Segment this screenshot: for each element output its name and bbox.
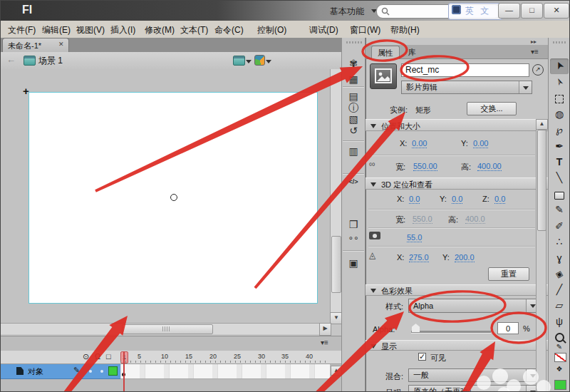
layer-outline-color-swatch[interactable] (108, 366, 118, 376)
vp-x-value[interactable]: 275.0 (409, 253, 429, 262)
playhead-line[interactable] (123, 351, 125, 391)
menu-debug[interactable]: 调试(D) (309, 24, 338, 36)
eraser-tool[interactable]: ▱ (548, 299, 570, 311)
y-value[interactable]: 0.00 (473, 139, 488, 148)
color-style-select[interactable]: Alpha (408, 299, 539, 313)
section-display[interactable]: 显示 (366, 340, 548, 351)
x3d-value[interactable]: 0.0 (409, 195, 420, 204)
tab-properties[interactable]: 属性 (371, 46, 400, 59)
horizontal-scroll-thumb[interactable] (122, 324, 213, 334)
chevron-down-icon[interactable] (246, 60, 252, 63)
menu-text[interactable]: 文本(T) (180, 24, 208, 36)
z3d-value[interactable]: 0.0 (494, 195, 505, 204)
section-3d[interactable]: 3D 定位和查看 (366, 177, 548, 190)
code-snippets-panel-icon[interactable]: </> (341, 178, 366, 185)
color-panel-icon[interactable]: ✾ (341, 58, 366, 69)
collapse-panels-icon[interactable]: ▸▸ (531, 38, 537, 45)
vp-y-value[interactable]: 200.0 (455, 253, 475, 262)
lock-aspect-icon[interactable]: ∞ (369, 159, 375, 169)
symbol-behavior-select[interactable]: 影片剪辑 (401, 81, 532, 94)
section-position-size[interactable]: 位置和大小 (366, 119, 548, 131)
edit-symbols-icon[interactable] (254, 55, 265, 66)
hand-tool[interactable]: ψ (548, 316, 570, 327)
lock-layers-icon[interactable]: Ω (95, 352, 100, 361)
transform-panel-icon[interactable]: ▧ (341, 113, 366, 125)
menu-modify[interactable]: 修改(M) (145, 24, 175, 36)
pencil-tool[interactable]: ✎ (548, 204, 570, 215)
show-hide-layers-icon[interactable]: ⊙ (83, 352, 89, 361)
dock-grip[interactable] (346, 41, 362, 43)
chevron-down-icon[interactable] (266, 60, 271, 63)
subselection-tool[interactable]: ➢ (548, 76, 570, 88)
text-tool[interactable]: T (548, 156, 570, 167)
menu-commands[interactable]: 命令(C) (214, 24, 244, 36)
render-mode-select[interactable]: 原来的（无更改） (408, 385, 539, 392)
spray-brush-tool[interactable]: ∴ (548, 236, 570, 247)
library-dock-icon[interactable]: ▥ (341, 145, 366, 157)
panel-menu-icon[interactable]: ▾≡ (321, 339, 328, 346)
instance-value[interactable]: 矩形 (415, 105, 431, 115)
width-value[interactable]: 550.00 (413, 162, 437, 171)
workspace-switcher[interactable]: 基本功能 (330, 6, 364, 18)
transformation-point[interactable] (170, 194, 177, 201)
frame-grid[interactable] (120, 364, 330, 379)
free-transform-tool[interactable] (548, 94, 570, 105)
blend-mode-select[interactable]: 一般 (408, 368, 539, 382)
line-tool[interactable]: ╲ (548, 172, 570, 183)
section-color-effect[interactable]: 色彩效果 (366, 284, 548, 296)
outline-layers-icon[interactable]: □ (106, 352, 111, 361)
properties-scroll-thumb[interactable] (537, 130, 546, 231)
fill-color-swatch[interactable] (554, 380, 566, 390)
align-panel-icon[interactable]: ▤ (341, 91, 366, 102)
visible-checkbox[interactable]: ✓ (418, 353, 426, 361)
instance-name-input[interactable]: Rect_mc (401, 63, 529, 77)
alpha-slider-track[interactable] (411, 331, 491, 334)
menu-view[interactable]: 视图(V) (76, 24, 105, 36)
document-tab[interactable]: 未命名-1* ✕ (2, 38, 69, 52)
y3d-value[interactable]: 0.0 (452, 195, 462, 204)
minimize-button[interactable]: — (498, 3, 520, 19)
selection-tool[interactable]: ➤ (548, 60, 570, 71)
maximize-button[interactable]: □ (521, 3, 543, 19)
vertical-scroll-thumb[interactable] (331, 236, 341, 293)
reset-button[interactable]: 重置 (488, 267, 529, 281)
lasso-tool[interactable]: ℘ (548, 124, 570, 135)
scene-label[interactable]: 场景 1 (38, 55, 63, 67)
3d-rotation-tool[interactable]: ◍ (548, 108, 570, 120)
layer-lock-dot[interactable] (100, 370, 103, 373)
perspective-value[interactable]: 55.0 (407, 233, 422, 242)
brush-tool[interactable]: ✐ (548, 220, 570, 232)
properties-scroll-up-button[interactable]: ▲ (536, 119, 548, 130)
rectangle-tool[interactable] (548, 190, 570, 202)
alpha-value-input[interactable]: 0 (497, 322, 519, 334)
back-arrow-icon[interactable]: ← (6, 54, 16, 65)
layer-visibility-dot[interactable] (89, 370, 92, 373)
scroll-right-button[interactable]: ▶ (319, 323, 331, 336)
eyedropper-tool[interactable]: ╱ (548, 284, 570, 295)
layer-name[interactable]: 对象 (28, 366, 43, 377)
tools-grip[interactable] (553, 41, 567, 43)
menu-window[interactable]: 窗口(W) (350, 24, 380, 36)
x-value[interactable]: 0.00 (412, 139, 427, 148)
timeline-scroll-up-button[interactable]: ▲ (331, 366, 342, 376)
history-panel-icon[interactable]: ↺ (341, 125, 366, 136)
layer-row[interactable]: 对象 ✎ (1, 364, 120, 379)
pen-tool[interactable]: ✒ (548, 140, 570, 152)
components-panel-icon[interactable]: ❒ (341, 219, 366, 230)
menu-edit[interactable]: 编辑(E) (42, 24, 71, 36)
panel-menu-icon[interactable]: ▾≡ (531, 48, 539, 56)
menu-file[interactable]: 文件(F) (8, 24, 36, 36)
menu-insert[interactable]: 插入(I) (110, 24, 135, 36)
bone-tool[interactable]: ɣ (548, 252, 570, 264)
menu-control[interactable]: 控制(O) (257, 24, 286, 36)
menu-help[interactable]: 帮助(H) (390, 24, 420, 36)
edit-scene-icon[interactable] (233, 56, 245, 66)
stroke-color-swatch[interactable] (554, 353, 566, 362)
pasteboard[interactable]: + (1, 69, 341, 323)
close-button[interactable]: ✕ (544, 3, 569, 19)
motion-presets-panel-icon[interactable]: ∘∘ (341, 233, 366, 243)
tab-close-icon[interactable]: ✕ (58, 41, 64, 48)
swap-button[interactable]: 交换... (467, 102, 517, 115)
arrow-circle-icon[interactable]: ↗ (532, 64, 544, 76)
paint-bucket-tool[interactable]: ◈ (548, 268, 570, 279)
